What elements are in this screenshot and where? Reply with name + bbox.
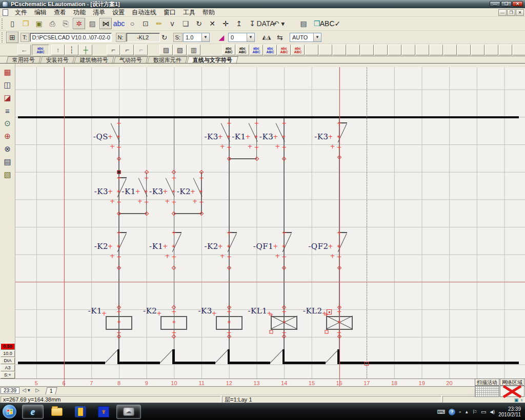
bus-switch-stub[interactable]	[228, 349, 230, 364]
palette-empty-cell[interactable]	[374, 45, 388, 55]
copy-icon[interactable]: ❏	[179, 18, 192, 29]
menu-4[interactable]: 功能	[70, 8, 89, 16]
crosshair-icon[interactable]: ┼	[79, 45, 92, 55]
line-up-icon[interactable]: ↑	[51, 45, 65, 55]
contact-label[interactable]: -K1	[149, 242, 163, 251]
text-mode-icon[interactable]: abc	[113, 18, 125, 29]
area-mode-icon[interactable]: ⊡	[139, 18, 152, 29]
contact-label[interactable]: -K3	[149, 187, 163, 196]
menu-1[interactable]: 文件	[11, 8, 31, 16]
bottom-bus-line[interactable]	[173, 362, 215, 364]
refresh-name-icon[interactable]: ↻	[160, 32, 169, 43]
type-field[interactable]: D:\PCSELCAD V10.0..\07-02-0	[30, 33, 112, 42]
window-stack-tray-icon[interactable]: ▫	[459, 409, 461, 415]
storm-player-taskbar-button[interactable]: ♆	[94, 405, 113, 419]
corner-icon-2[interactable]: ⌐	[120, 45, 134, 55]
mdi-minimize-button[interactable]: —	[498, 9, 507, 16]
palette-empty-cell[interactable]	[305, 45, 318, 55]
media-player-taskbar-button[interactable]: ▐▌	[70, 405, 91, 419]
show-hidden-tray-icon[interactable]: ▲	[465, 410, 469, 414]
hatch-icon-3[interactable]: ▥	[187, 45, 200, 55]
ie-taskbar-button[interactable]: e	[22, 405, 44, 419]
contact-label[interactable]: -K2	[177, 187, 191, 196]
rotate-angle-icon[interactable]: ◢	[215, 32, 228, 43]
connector-wire[interactable]	[229, 158, 257, 159]
palette-empty-cell[interactable]	[499, 45, 512, 55]
palette-empty-cell[interactable]	[416, 45, 429, 55]
coil-label[interactable]: -KL2	[303, 306, 322, 316]
contact-label[interactable]: -QS	[93, 132, 108, 141]
mdi-restore-button[interactable]: ❐	[507, 9, 515, 16]
text-blue-1[interactable]: abcABC	[250, 45, 263, 55]
page-forward-button[interactable]: ▷	[33, 387, 42, 394]
open-folder-icon[interactable]: ❒	[19, 18, 32, 29]
page-data-icon[interactable]: ▤	[2, 156, 13, 167]
toolbar-grip-2[interactable]	[2, 32, 4, 43]
menu-2[interactable]: 编辑	[31, 8, 50, 16]
zoom-page-icon[interactable]: ⊙	[2, 118, 13, 129]
bus-switch-stub[interactable]	[172, 349, 175, 364]
spellcheck-icon[interactable]: ABC✓	[324, 18, 336, 29]
hatch-icon-1[interactable]: ▨	[159, 45, 173, 55]
contact-label[interactable]: -QF2	[308, 242, 328, 251]
menu-3[interactable]: 查看	[50, 8, 70, 16]
text-black-2[interactable]: abcABC	[236, 45, 249, 55]
start-button[interactable]	[3, 405, 16, 418]
minimize-button[interactable]: —	[490, 1, 500, 7]
hatch-mode-icon[interactable]: ▨	[86, 18, 98, 29]
palette-empty-cell[interactable]	[333, 45, 346, 55]
rotate-icon[interactable]: ↻	[193, 18, 205, 29]
keyboard-tray-icon[interactable]: ⌨	[437, 409, 445, 415]
net-area-pane[interactable]	[500, 386, 524, 397]
palette-empty-cell[interactable]	[443, 45, 457, 55]
volume-tray-icon[interactable]: ◀)	[490, 409, 495, 414]
network-tray-icon[interactable]: ▭	[481, 409, 486, 415]
palette-empty-cell[interactable]	[485, 45, 498, 55]
bus-switch-stub[interactable]	[117, 349, 120, 364]
contact-label[interactable]: -K3	[94, 187, 108, 196]
text-red-1[interactable]: abcABC	[277, 45, 291, 55]
corner-icon-1[interactable]: ⌐	[107, 45, 120, 55]
data-icon[interactable]: DATA	[259, 18, 272, 29]
text-black-1[interactable]: abcABC	[222, 45, 235, 55]
palette-empty-cell[interactable]	[388, 45, 401, 55]
auto-combo[interactable]: AUTO▼	[290, 33, 321, 42]
corner-icon-3[interactable]: ⌐	[134, 45, 148, 55]
edit-pencil-icon[interactable]: ✏	[153, 18, 165, 29]
contact-label[interactable]: -K3	[314, 132, 328, 141]
text-blue-2[interactable]: abcABC	[264, 45, 277, 55]
schematic-canvas[interactable]: ++++✳-QS++++✳-K3++++✳-K1++++✳-K3++++✳-K3…	[15, 67, 525, 379]
toolbar-grip[interactable]	[2, 18, 4, 29]
angle-combo[interactable]: 0▼	[228, 33, 255, 42]
palette-empty-cell[interactable]	[513, 45, 525, 55]
mirror-icon[interactable]: ◭◮	[260, 32, 273, 43]
print-icon[interactable]: ⎙	[46, 18, 58, 29]
menu-9[interactable]: 工具	[179, 8, 199, 16]
new-file-icon[interactable]: ▯	[6, 18, 18, 29]
symbol-help-icon[interactable]: ◪	[2, 92, 13, 103]
contact-label[interactable]: -K2	[94, 242, 108, 251]
coil-label[interactable]: -K2	[143, 306, 157, 316]
list-menu-icon[interactable]: ≡	[2, 105, 13, 116]
scale-combo[interactable]: 1.0▼	[183, 33, 210, 42]
menu-6[interactable]: 设置	[109, 8, 128, 16]
palette-empty-cell[interactable]	[360, 45, 374, 55]
maximize-button[interactable]: ❐	[501, 1, 512, 7]
palette-tab-6[interactable]: 直线与文字符号	[187, 56, 238, 63]
symbol-library-icon[interactable]: ◫	[2, 79, 13, 91]
unsnap-crosshair-icon[interactable]: ⊗	[2, 143, 13, 155]
snap-crosshair-icon[interactable]: ⊕	[2, 131, 13, 142]
print-setup-icon[interactable]: ⎘	[59, 18, 72, 29]
network-small-icon[interactable]: ♁	[520, 397, 523, 403]
pcschematic-taskbar-button[interactable]: ☁	[116, 405, 141, 419]
action-center-tray-icon[interactable]: ⚐	[472, 409, 477, 415]
menu-7[interactable]: 自动连线	[128, 8, 160, 16]
angle-drop-icon[interactable]: ▼	[247, 33, 254, 41]
palette-empty-cell[interactable]	[457, 45, 471, 55]
page-list-icon[interactable]: ▤	[297, 18, 310, 29]
contact-label[interactable]: -K2	[204, 242, 218, 251]
palette-empty-cell[interactable]	[319, 45, 332, 55]
palette-empty-cell[interactable]	[430, 45, 443, 55]
page-tab-1[interactable]: 1	[45, 387, 57, 394]
connector-wire[interactable]	[174, 213, 201, 214]
